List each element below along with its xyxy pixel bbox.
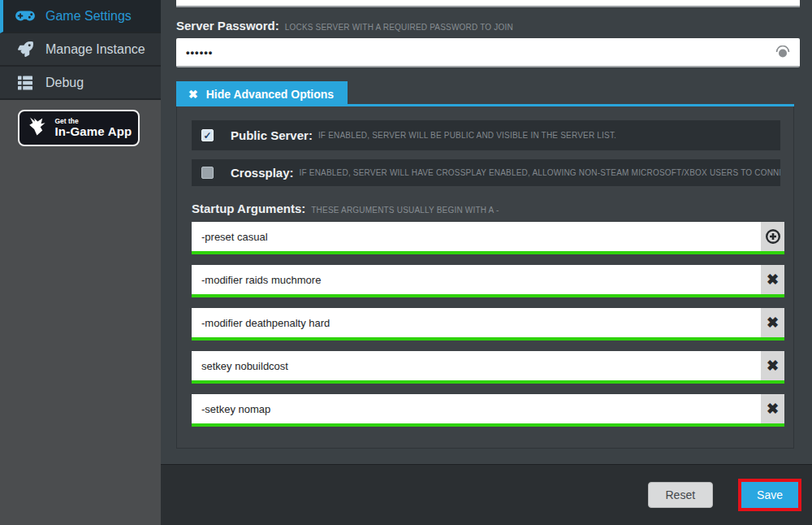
remove-icon: ✖ — [767, 315, 779, 330]
startup-argument-input[interactable] — [192, 222, 761, 251]
advanced-options-panel: ✓ Public Server: IF ENABLED, SERVER WILL… — [176, 106, 794, 449]
startup-argument-input[interactable] — [192, 394, 761, 423]
checkmark-icon: ✓ — [203, 131, 211, 141]
sidebar-item-label: Manage Instance — [45, 42, 145, 57]
startup-argument-input[interactable] — [192, 265, 761, 294]
sidebar-item-label: Debug — [45, 76, 84, 90]
wolf-icon — [26, 115, 48, 141]
remove-icon: ✖ — [767, 401, 779, 416]
remove-argument-button[interactable]: ✖ — [761, 351, 784, 380]
add-argument-button[interactable] — [761, 222, 784, 251]
reset-button[interactable]: Reset — [648, 482, 714, 508]
remove-icon: ✖ — [767, 358, 779, 373]
startup-argument-row: ✖ — [192, 265, 784, 297]
circle-plus-icon — [765, 228, 781, 245]
crossplay-description: IF ENABLED, SERVER WILL HAVE CROSSPLAY E… — [300, 168, 780, 177]
previous-field-fragment[interactable] — [176, 0, 800, 7]
sidebar-item-label: Game Settings — [45, 9, 132, 24]
footer-bar: Reset Save — [161, 464, 812, 525]
gamepad-icon — [15, 8, 36, 24]
main-content: Server Password: LOCKS SERVER WITH A REQ… — [161, 0, 812, 525]
close-icon: ✖ — [188, 88, 198, 101]
startup-arguments-label: Startup Arguments: — [192, 202, 305, 215]
server-password-label-row: Server Password: LOCKS SERVER WITH A REQ… — [176, 19, 513, 33]
remove-argument-button[interactable]: ✖ — [761, 265, 784, 294]
server-password-input[interactable] — [176, 38, 800, 67]
rocket-icon — [15, 41, 36, 57]
crossplay-checkbox[interactable]: ✓ — [201, 167, 214, 179]
startup-argument-row: ✖ — [192, 351, 784, 384]
sidebar: Game Settings Manage Instance Debug Get … — [0, 0, 161, 525]
public-server-row: ✓ Public Server: IF ENABLED, SERVER WILL… — [192, 120, 780, 150]
startup-arguments-label-row: Startup Arguments: THESE ARGUMENTS USUAL… — [192, 202, 499, 215]
app-window: Game Settings Manage Instance Debug Get … — [0, 0, 812, 525]
public-server-description: IF ENABLED, SERVER WILL BE PUBLIC AND VI… — [318, 131, 616, 140]
crossplay-label: Crossplay: — [231, 166, 294, 180]
server-password-label: Server Password: — [176, 19, 279, 33]
crossplay-row: ✓ Crossplay: IF ENABLED, SERVER WILL HAV… — [192, 159, 780, 186]
sidebar-menu: Game Settings Manage Instance Debug — [0, 0, 161, 100]
startup-arguments-description: THESE ARGUMENTS USUALLY BEGIN WITH A - — [311, 206, 499, 215]
sidebar-item-game-settings[interactable]: Game Settings — [0, 0, 161, 33]
hide-advanced-options-label: Hide Advanced Options — [206, 88, 334, 101]
hide-advanced-options-button[interactable]: ✖ Hide Advanced Options — [176, 81, 348, 106]
remove-icon: ✖ — [767, 272, 779, 287]
startup-argument-input[interactable] — [192, 351, 761, 380]
startup-argument-row: ✖ — [192, 308, 784, 341]
server-password-description: LOCKS SERVER WITH A REQUIRED PASSWORD TO… — [285, 23, 513, 32]
save-button[interactable]: Save — [741, 482, 798, 508]
startup-argument-row — [192, 222, 784, 254]
public-server-label: Public Server: — [231, 128, 313, 142]
server-password-field — [176, 38, 800, 67]
action-highlight-box: Save — [738, 479, 801, 511]
in-game-app-badge-text: Get the In-Game App — [55, 118, 132, 138]
badge-line2: In-Game App — [55, 125, 132, 138]
list-icon — [15, 76, 36, 90]
sidebar-item-manage-instance[interactable]: Manage Instance — [0, 33, 161, 67]
startup-argument-row: ✖ — [192, 394, 784, 427]
startup-argument-input[interactable] — [192, 308, 761, 337]
remove-argument-button[interactable]: ✖ — [761, 394, 784, 423]
eye-icon[interactable] — [775, 46, 791, 63]
public-server-checkbox[interactable]: ✓ — [201, 129, 214, 141]
in-game-app-badge[interactable]: Get the In-Game App — [18, 110, 140, 146]
sidebar-item-debug[interactable]: Debug — [0, 67, 161, 100]
remove-argument-button[interactable]: ✖ — [761, 308, 784, 337]
